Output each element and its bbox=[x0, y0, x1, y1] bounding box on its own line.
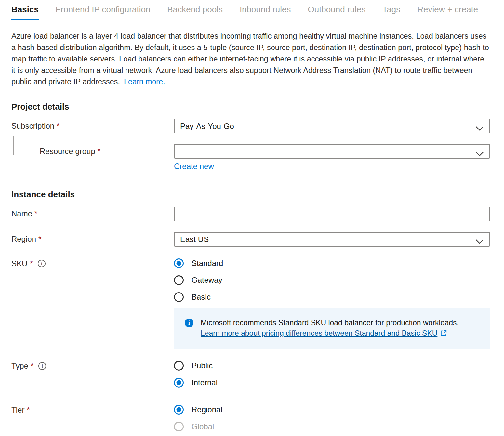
sku-option-standard-label: Standard bbox=[192, 259, 223, 268]
sku-label-text: SKU bbox=[11, 259, 27, 268]
sku-infobox-content: Microsoft recommends Standard SKU load b… bbox=[201, 318, 459, 339]
sku-option-gateway-label: Gateway bbox=[192, 276, 222, 285]
name-row: Name * bbox=[11, 207, 490, 221]
region-dropdown[interactable]: East US bbox=[174, 232, 490, 247]
sku-info-row: i Microsoft recommends Standard SKU load… bbox=[11, 302, 490, 349]
required-asterisk: * bbox=[31, 361, 33, 371]
resource-group-dropdown[interactable] bbox=[174, 144, 490, 159]
subscription-row: Subscription * Pay-As-You-Go bbox=[11, 119, 490, 133]
sku-radio-group: Standard Gateway Basic bbox=[174, 258, 490, 302]
tier-label-text: Tier bbox=[11, 405, 24, 415]
resource-group-label-text: Resource group bbox=[40, 147, 95, 156]
intro-paragraph: Azure load balancer is a layer 4 load ba… bbox=[11, 31, 490, 88]
required-asterisk: * bbox=[98, 147, 100, 156]
region-row: Region * East US bbox=[11, 232, 490, 247]
radio-unselected-icon bbox=[174, 292, 184, 302]
radio-selected-icon bbox=[174, 378, 184, 388]
sku-option-basic[interactable]: Basic bbox=[174, 292, 490, 302]
subscription-value: Pay-As-You-Go bbox=[180, 122, 234, 131]
intro-text: Azure load balancer is a layer 4 load ba… bbox=[11, 32, 489, 86]
external-link-icon bbox=[440, 329, 447, 339]
chevron-down-icon bbox=[475, 149, 484, 158]
instance-details-heading: Instance details bbox=[11, 189, 490, 199]
tier-option-global: Global bbox=[174, 422, 490, 431]
radio-disabled-icon bbox=[174, 422, 184, 431]
tab-outbound-rules[interactable]: Outbound rules bbox=[308, 5, 365, 20]
sku-recommendation-infobox: i Microsoft recommends Standard SKU load… bbox=[174, 308, 490, 349]
name-label-text: Name bbox=[11, 209, 32, 218]
sku-infobox-text: Microsoft recommends Standard SKU load b… bbox=[201, 319, 459, 327]
subscription-dropdown[interactable]: Pay-As-You-Go bbox=[174, 119, 490, 133]
tab-frontend-ip-configuration[interactable]: Frontend IP configuration bbox=[56, 5, 150, 20]
sku-pricing-link[interactable]: Learn more about pricing differences bet… bbox=[201, 329, 437, 337]
type-label: Type * i bbox=[11, 361, 174, 371]
type-info-icon[interactable]: i bbox=[38, 362, 46, 370]
tier-option-regional-label: Regional bbox=[192, 405, 222, 414]
radio-unselected-icon bbox=[174, 361, 184, 371]
type-label-text: Type bbox=[11, 361, 28, 371]
create-load-balancer-basics-page: Basics Frontend IP configuration Backend… bbox=[0, 0, 504, 431]
type-option-internal-label: Internal bbox=[192, 378, 218, 387]
type-option-public[interactable]: Public bbox=[174, 361, 490, 371]
tab-tags[interactable]: Tags bbox=[382, 5, 400, 20]
sku-option-basic-label: Basic bbox=[192, 293, 211, 302]
region-value: East US bbox=[180, 235, 209, 244]
radio-selected-icon bbox=[174, 405, 184, 415]
radio-selected-icon bbox=[174, 258, 184, 268]
type-row: Type * i Public Internal bbox=[11, 361, 490, 388]
resource-group-control: Create new bbox=[174, 144, 490, 171]
required-asterisk: * bbox=[30, 259, 33, 268]
sku-row: SKU * i Standard Gateway Basic bbox=[11, 258, 490, 302]
chevron-down-icon bbox=[475, 237, 484, 246]
type-option-internal[interactable]: Internal bbox=[174, 378, 490, 388]
tier-radio-group: Regional Global bbox=[174, 405, 490, 431]
tier-label: Tier * bbox=[11, 405, 174, 415]
subscription-resource-connector-line bbox=[13, 136, 33, 155]
chevron-down-icon bbox=[475, 124, 484, 133]
tab-review-create[interactable]: Review + create bbox=[417, 5, 478, 20]
region-label: Region * bbox=[11, 232, 174, 244]
radio-unselected-icon bbox=[174, 275, 184, 285]
name-label: Name * bbox=[11, 207, 174, 218]
tab-strip: Basics Frontend IP configuration Backend… bbox=[11, 5, 490, 20]
resource-group-row: Resource group * Create new bbox=[11, 144, 490, 171]
create-new-link[interactable]: Create new bbox=[174, 162, 214, 171]
resource-group-label: Resource group * bbox=[40, 144, 174, 156]
name-input[interactable] bbox=[174, 207, 490, 221]
sku-option-gateway[interactable]: Gateway bbox=[174, 275, 490, 285]
type-radio-group: Public Internal bbox=[174, 361, 490, 388]
project-details-heading: Project details bbox=[11, 102, 490, 112]
tier-option-global-label: Global bbox=[192, 422, 214, 431]
tab-backend-pools[interactable]: Backend pools bbox=[167, 5, 223, 20]
sku-option-standard[interactable]: Standard bbox=[174, 258, 490, 268]
info-filled-icon: i bbox=[185, 319, 193, 327]
subscription-label: Subscription * bbox=[11, 119, 174, 130]
region-label-text: Region bbox=[11, 235, 36, 244]
tier-row: Tier * Regional Global bbox=[11, 405, 490, 431]
required-asterisk: * bbox=[27, 405, 30, 415]
tier-option-regional[interactable]: Regional bbox=[174, 405, 490, 415]
required-asterisk: * bbox=[57, 121, 60, 130]
required-asterisk: * bbox=[38, 235, 41, 244]
sku-label: SKU * i bbox=[11, 258, 174, 268]
sku-info-icon[interactable]: i bbox=[38, 260, 46, 267]
learn-more-link[interactable]: Learn more. bbox=[124, 77, 165, 86]
required-asterisk: * bbox=[34, 209, 37, 218]
type-option-public-label: Public bbox=[192, 361, 213, 370]
tab-inbound-rules[interactable]: Inbound rules bbox=[240, 5, 291, 20]
tab-basics[interactable]: Basics bbox=[11, 5, 39, 20]
subscription-label-text: Subscription bbox=[11, 121, 54, 130]
